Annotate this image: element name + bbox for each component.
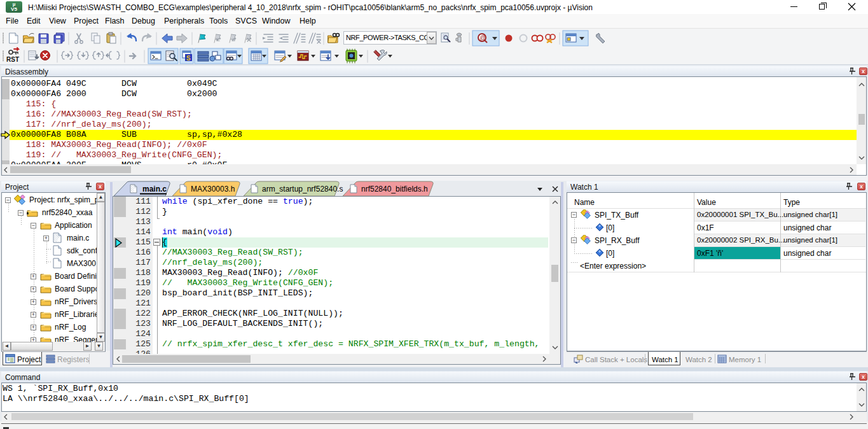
svg-text:arm_startup_nrf52840.s: arm_startup_nrf52840.s <box>262 185 343 193</box>
svg-text:RST: RST <box>6 56 19 63</box>
svg-text:S: S <box>186 55 191 62</box>
svg-text:MAX30003.h: MAX30003.h <box>191 185 235 193</box>
svg-text:nrf52840_bitfields.h: nrf52840_bitfields.h <box>361 185 428 193</box>
svg-text:main.c: main.c <box>142 185 167 193</box>
